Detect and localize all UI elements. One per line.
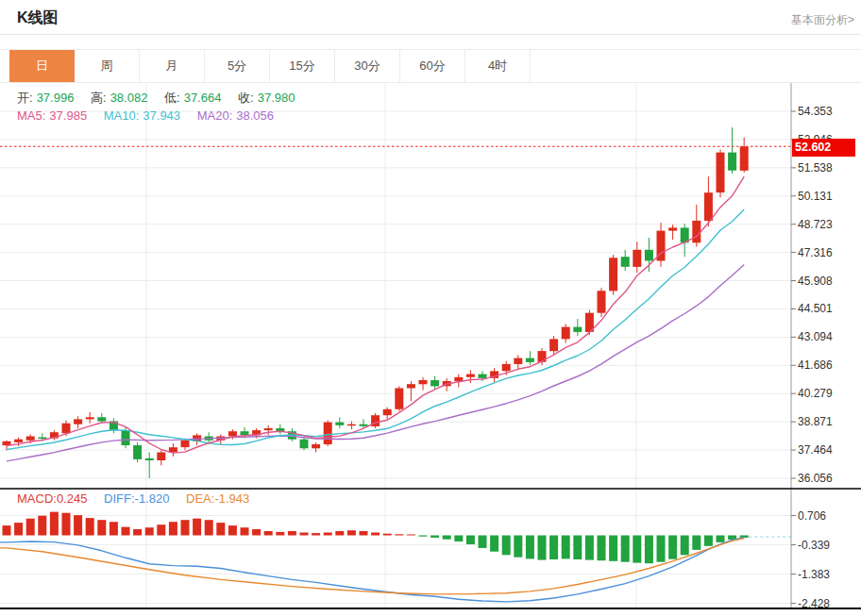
macd-hist-bar <box>360 531 368 536</box>
macd-hist-bar <box>573 536 582 560</box>
macd-hist-bar <box>645 536 653 564</box>
kline-page: { "header": { "title": "K线图", "link": "基… <box>0 0 861 616</box>
candle-body <box>145 458 154 460</box>
tab-period-7[interactable]: 4时 <box>465 50 531 82</box>
diff-value: -1.820 <box>135 491 170 506</box>
macd-hist-bar <box>598 536 606 561</box>
macd-hist-bar <box>193 519 201 536</box>
macd-hist-bar <box>490 536 498 552</box>
candle-body <box>704 192 713 221</box>
macd-hist-bar <box>252 529 261 536</box>
candle-body <box>74 419 82 424</box>
macd-hist-bar <box>276 532 284 536</box>
macd-hist-bar <box>549 536 558 560</box>
open-value: 37.996 <box>37 91 75 105</box>
macd-hist-bar <box>740 536 749 538</box>
ma10-label: MA10: <box>104 108 140 123</box>
y-axis-label: -2.428 <box>798 597 858 610</box>
macd-hist-bar <box>692 536 701 550</box>
header-divider <box>0 34 861 35</box>
y-axis-label: 37.464 <box>798 443 858 457</box>
candle-body <box>14 440 23 442</box>
y-axis-label: 41.686 <box>798 358 858 372</box>
ma5-line <box>7 176 744 453</box>
macd-hist-bar <box>241 527 249 535</box>
candle-body <box>86 417 94 419</box>
tab-period-2[interactable]: 月 <box>140 50 205 82</box>
candle-body <box>633 250 641 267</box>
candle-body <box>609 258 617 291</box>
page-title: K线图 <box>17 8 59 28</box>
candle-body <box>407 384 415 388</box>
diff-label: DIFF: <box>104 491 135 506</box>
candle-body <box>395 389 403 409</box>
tab-period-6[interactable]: 60分 <box>400 50 465 82</box>
macd-hist-bar <box>347 530 356 535</box>
y-axis-label: -0.339 <box>798 539 858 552</box>
macd-hist-bar <box>668 536 677 559</box>
candle-body <box>312 444 320 448</box>
tab-period-3[interactable]: 5分 <box>205 50 270 82</box>
candle-body <box>668 227 677 230</box>
candle-body <box>598 291 606 312</box>
macd-hist-bar <box>502 536 511 556</box>
macd-hist-bar <box>169 522 177 535</box>
candle-body <box>549 339 558 351</box>
y-axis-label: 38.871 <box>798 415 858 428</box>
fundamental-analysis-link[interactable]: 基本面分析> <box>791 12 854 28</box>
macd-hist-bar <box>479 536 487 548</box>
candle-body <box>324 423 332 444</box>
dea-value: -1.943 <box>214 491 249 506</box>
candle-body <box>502 364 511 371</box>
dea-label: DEA: <box>186 491 214 506</box>
ma20-value: 38.056 <box>236 108 274 123</box>
macd-hist-bar <box>657 536 666 562</box>
close-label: 收: <box>238 91 254 105</box>
candle-body <box>300 440 309 449</box>
ohlc-legend: 开:37.996 高:38.082 低:37.664 收:37.980 <box>17 90 298 107</box>
candle-body <box>645 250 653 261</box>
candle-body <box>347 425 356 426</box>
candle-body <box>728 153 736 171</box>
macd-label: MACD: <box>17 491 57 506</box>
macd-value: 0.245 <box>57 491 88 506</box>
candle-body <box>419 380 428 384</box>
macd-legend: MACD:0.245 DIFF:-1.820 DEA:-1.943 <box>17 491 253 506</box>
candle-body <box>264 428 273 430</box>
macd-hist-bar <box>97 520 106 535</box>
macd-hist-bar <box>26 519 35 536</box>
low-label: 低: <box>164 91 180 105</box>
macd-hist-bar <box>205 520 213 535</box>
low-value: 37.664 <box>184 91 222 105</box>
macd-hist-bar <box>454 536 463 542</box>
macd-hist-bar <box>145 527 154 535</box>
tab-period-1[interactable]: 周 <box>75 50 140 82</box>
current-price-value: 52.602 <box>795 141 831 154</box>
candle-body <box>692 221 701 242</box>
macd-hist-bar <box>514 536 522 558</box>
candle-body <box>335 423 344 425</box>
candle-body <box>514 358 522 364</box>
close-value: 37.980 <box>258 91 295 105</box>
candle-body <box>122 430 130 445</box>
candle-body <box>717 153 725 193</box>
high-label: 高: <box>91 91 107 105</box>
candle-body <box>430 380 439 386</box>
macd-hist-bar <box>681 536 689 556</box>
dea-line <box>0 539 744 594</box>
candle-body <box>360 425 368 426</box>
y-axis-label: 47.316 <box>798 246 858 259</box>
tab-period-0[interactable]: 日 <box>9 50 75 82</box>
y-axis-label: 50.131 <box>798 190 858 203</box>
tab-period-4[interactable]: 15分 <box>270 50 335 82</box>
candle-body <box>228 431 237 436</box>
macd-hist-bar <box>324 533 332 536</box>
y-axis-label: 36.056 <box>798 472 858 485</box>
macd-hist-bar <box>3 525 11 535</box>
y-axis-label: 48.723 <box>798 218 858 231</box>
y-axis-label: 54.353 <box>798 105 858 118</box>
tab-period-5[interactable]: 30分 <box>335 50 400 82</box>
macd-hist-bar <box>383 534 392 536</box>
macd-hist-bar <box>335 531 344 536</box>
period-tabbar: 日周月5分15分30分60分4时 <box>0 49 861 83</box>
